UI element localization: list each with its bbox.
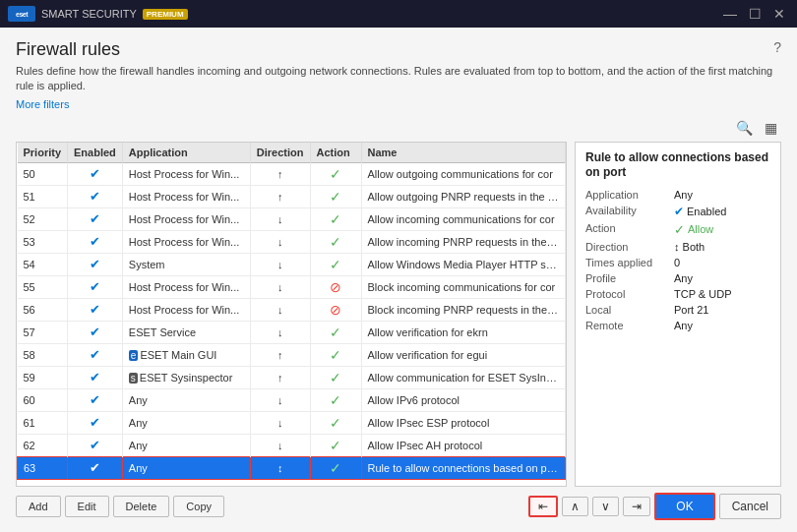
cell-name: Allow outgoing communications for cor [361, 162, 566, 185]
app-name: SMART SECURITY [41, 8, 137, 20]
cell-enabled: ✔ [68, 321, 123, 343]
cell-action: ⊘ [310, 298, 361, 321]
cell-name: Allow IPv6 protocol [361, 388, 566, 411]
cell-priority: 50 [18, 162, 68, 185]
cell-action: ✓ [310, 185, 361, 207]
move-down-button[interactable]: ∨ [592, 497, 619, 516]
cell-direction: ↓ [250, 434, 310, 456]
cell-direction: ↓ [250, 321, 310, 343]
detail-panel: Rule to allow connections based on port … [575, 142, 781, 487]
table-row[interactable]: 56 ✔ Host Process for Win... ↓ ⊘ Block i… [18, 298, 566, 321]
col-header-action[interactable]: Action [310, 143, 361, 163]
minimize-button[interactable]: — [719, 7, 741, 21]
more-filters-link[interactable]: More filters [16, 98, 781, 110]
delete-button[interactable]: Delete [113, 496, 170, 517]
add-button[interactable]: Add [16, 496, 61, 517]
cell-action: ✓ [310, 343, 361, 366]
cell-direction: ↕ [250, 456, 310, 479]
table-row[interactable]: 61 ✔ Any ↓ ✓ Allow IPsec ESP protocol [18, 411, 566, 434]
cell-priority: 56 [18, 298, 68, 321]
cell-app: eESET Main GUI [122, 343, 250, 366]
move-up-button[interactable]: ∧ [562, 497, 588, 516]
col-header-priority[interactable]: Priority [18, 143, 68, 163]
cell-enabled: ✔ [68, 388, 123, 411]
table-row[interactable]: 63 ✔ Any ↕ ✓ Rule to allow connections b… [18, 456, 566, 479]
cell-action: ✓ [310, 207, 361, 230]
help-icon[interactable]: ? [773, 39, 781, 55]
move-top-button[interactable]: ⇤ [528, 496, 558, 517]
cancel-button[interactable]: Cancel [719, 494, 781, 519]
detail-label: Action [585, 222, 674, 237]
copy-button[interactable]: Copy [173, 496, 224, 517]
cell-enabled: ✔ [68, 162, 123, 185]
col-header-enabled[interactable]: Enabled [68, 143, 123, 163]
cell-direction: ↓ [250, 253, 310, 275]
cell-app: ESET Service [122, 321, 250, 343]
table-row[interactable]: 60 ✔ Any ↓ ✓ Allow IPv6 protocol [18, 388, 566, 411]
cell-app: Any [122, 411, 250, 434]
cell-action: ✓ [310, 253, 361, 275]
cell-direction: ↓ [250, 275, 310, 298]
cell-name: Allow IPsec ESP protocol [361, 411, 566, 434]
cell-direction: ↓ [250, 230, 310, 253]
col-header-name[interactable]: Name [361, 143, 566, 163]
cell-priority: 60 [18, 388, 68, 411]
detail-field-row: Availability✔ Enabled [585, 205, 770, 218]
table-row[interactable]: 62 ✔ Any ↓ ✓ Allow IPsec AH protocol [18, 434, 566, 456]
cell-name: Allow outgoing PNRP requests in the Tru [361, 185, 566, 207]
table-row[interactable]: 59 ✔ sESET Sysinspector ↑ ✓ Allow commun… [18, 366, 566, 388]
columns-icon[interactable]: ▦ [761, 118, 781, 138]
close-button[interactable]: ✕ [769, 7, 789, 21]
cell-action: ⊘ [310, 275, 361, 298]
col-header-direction[interactable]: Direction [250, 143, 310, 163]
ok-button[interactable]: OK [654, 493, 714, 520]
cell-action: ✓ [310, 434, 361, 456]
cell-app: Host Process for Win... [122, 298, 250, 321]
table-row[interactable]: 55 ✔ Host Process for Win... ↓ ⊘ Block i… [18, 275, 566, 298]
maximize-button[interactable]: ☐ [745, 7, 766, 21]
cell-priority: 57 [18, 321, 68, 343]
cell-enabled: ✔ [68, 366, 123, 388]
cell-direction: ↑ [250, 366, 310, 388]
cell-enabled: ✔ [68, 275, 123, 298]
detail-label: Remote [585, 320, 674, 331]
cell-action: ✓ [310, 366, 361, 388]
table-row[interactable]: 58 ✔ eESET Main GUI ↑ ✓ Allow verificati… [18, 343, 566, 366]
cell-priority: 58 [18, 343, 68, 366]
table-row[interactable]: 50 ✔ Host Process for Win... ↑ ✓ Allow o… [18, 162, 566, 185]
cell-enabled: ✔ [68, 207, 123, 230]
search-icon[interactable]: 🔍 [732, 118, 757, 138]
move-bottom-button[interactable]: ⇥ [623, 497, 650, 516]
cell-priority: 51 [18, 185, 68, 207]
detail-label: Times applied [585, 257, 674, 268]
detail-field-row: Action✓ Allow [585, 222, 770, 237]
cell-direction: ↑ [250, 185, 310, 207]
detail-field-row: ProfileAny [585, 272, 770, 284]
rules-table: Priority Enabled Application Direction A… [16, 142, 567, 487]
cell-app: Host Process for Win... [122, 207, 250, 230]
cell-direction: ↓ [250, 207, 310, 230]
col-header-application[interactable]: Application [122, 143, 250, 163]
detail-field-row: Times applied0 [585, 257, 770, 268]
cell-enabled: ✔ [68, 434, 123, 456]
detail-title: Rule to allow connections based on port [585, 150, 770, 181]
cell-enabled: ✔ [68, 298, 123, 321]
cell-name: Allow verification for egui [361, 343, 566, 366]
cell-direction: ↓ [250, 411, 310, 434]
cell-app: sESET Sysinspector [122, 366, 250, 388]
detail-field-row: RemoteAny [585, 320, 770, 331]
table-row[interactable]: 52 ✔ Host Process for Win... ↓ ✓ Allow i… [18, 207, 566, 230]
table-row[interactable]: 57 ✔ ESET Service ↓ ✓ Allow verification… [18, 321, 566, 343]
cell-name: Allow incoming communications for cor [361, 207, 566, 230]
detail-field-row: ProtocolTCP & UDP [585, 288, 770, 300]
table-row[interactable]: 51 ✔ Host Process for Win... ↑ ✓ Allow o… [18, 185, 566, 207]
detail-field-row: Direction↕ Both [585, 241, 770, 253]
cell-app: Any [122, 388, 250, 411]
cell-direction: ↓ [250, 298, 310, 321]
edit-button[interactable]: Edit [65, 496, 109, 517]
premium-badge: PREMIUM [143, 9, 188, 20]
table-row[interactable]: 53 ✔ Host Process for Win... ↓ ✓ Allow i… [18, 230, 566, 253]
description-text: Rules define how the firewall handles in… [16, 64, 781, 94]
table-row[interactable]: 54 ✔ System ↓ ✓ Allow Windows Media Play… [18, 253, 566, 275]
cell-name: Allow Windows Media Player HTTP strea [361, 253, 566, 275]
